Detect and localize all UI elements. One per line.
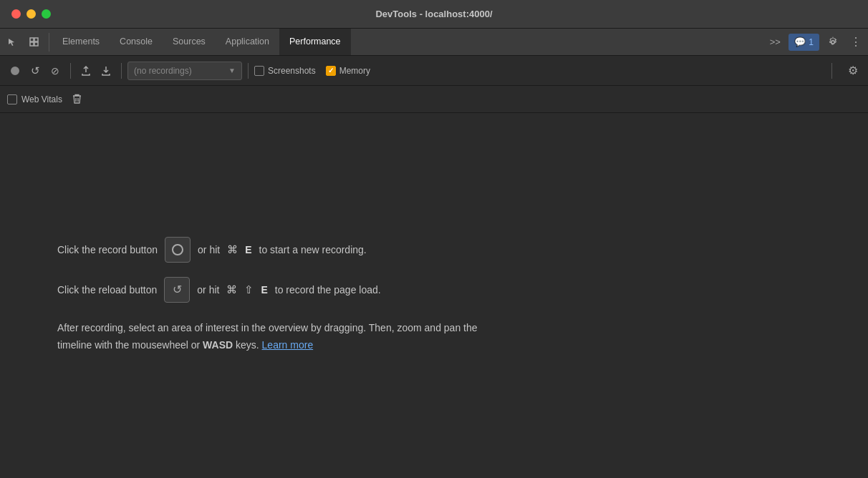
traffic-lights [11, 9, 51, 19]
maximize-button[interactable] [42, 9, 51, 19]
hint2-mid-text: or hit [197, 283, 219, 298]
more-tabs-button[interactable]: >> [766, 33, 784, 52]
hint2-post-text: to record the page load. [275, 283, 381, 298]
window-title: DevTools - localhost:4000/ [375, 9, 492, 19]
record-button-icon-hint [165, 237, 191, 263]
upload-button[interactable] [77, 62, 95, 80]
toolbar-settings-icon[interactable]: ⚙ [844, 62, 862, 80]
title-bar: DevTools - localhost:4000/ [0, 0, 868, 29]
record-button[interactable] [6, 62, 24, 80]
tab-bar-right: >> 💬 1 ⋮ [766, 33, 865, 52]
recording-select[interactable]: (no recordings) ▼ [127, 62, 242, 80]
hint1-post-text: to start a new recording. [259, 243, 367, 258]
tab-console[interactable]: Console [110, 29, 163, 55]
devtools-icons [3, 33, 49, 52]
record-dot-icon [11, 67, 19, 75]
inspect-icon[interactable] [24, 33, 43, 52]
reload-hint-row: Click the reload button ↺ or hit ⌘ ⇧ E t… [57, 277, 381, 303]
hint2-key: E [261, 283, 267, 298]
stop-button[interactable]: ⊘ [46, 62, 64, 80]
reload-record-button[interactable]: ↺ [26, 62, 44, 80]
cursor-icon[interactable] [3, 33, 21, 52]
hint2-shift-symbol: ⇧ [244, 282, 254, 298]
memory-checkbox[interactable] [326, 66, 336, 76]
memory-checkbox-label[interactable]: Memory [326, 66, 370, 76]
learn-more-link[interactable]: Learn more [262, 339, 314, 351]
svg-rect-3 [34, 42, 38, 46]
description-text: After recording, select an area of inter… [57, 320, 487, 354]
toolbar-separator-1 [70, 63, 71, 79]
main-content: Click the record button or hit ⌘ E to st… [0, 113, 868, 478]
web-vitals-checkbox[interactable] [7, 94, 17, 104]
hint1-cmd-symbol: ⌘ [227, 242, 238, 258]
tab-bar: Elements Console Sources Application Per… [0, 29, 868, 56]
web-vitals-toolbar: Web Vitals [0, 86, 868, 113]
clear-recordings-button[interactable] [68, 90, 87, 109]
tab-application[interactable]: Application [216, 29, 279, 55]
svg-rect-0 [30, 38, 34, 42]
console-badge-button[interactable]: 💬 1 [789, 34, 819, 51]
tab-elements[interactable]: Elements [52, 29, 110, 55]
tabs-container: Elements Console Sources Application Per… [52, 29, 766, 55]
reload-button-icon-hint: ↺ [164, 277, 190, 303]
toolbar-separator-3 [248, 63, 249, 79]
screenshots-checkbox[interactable] [254, 66, 264, 76]
svg-rect-2 [30, 42, 34, 46]
download-button[interactable] [97, 62, 115, 80]
record-circle-icon [172, 244, 183, 255]
hint2-pre-text: Click the reload button [57, 283, 157, 298]
screenshots-checkbox-label[interactable]: Screenshots [254, 66, 316, 76]
select-arrow-icon: ▼ [228, 67, 236, 74]
reload-circle-icon: ↺ [173, 281, 182, 298]
hint1-mid-text: or hit [198, 243, 220, 258]
web-vitals-label[interactable]: Web Vitals [7, 94, 62, 104]
toolbar-separator-2 [121, 63, 122, 79]
tab-performance[interactable]: Performance [279, 29, 351, 55]
hint1-pre-text: Click the record button [57, 243, 158, 258]
performance-toolbar: ↺ ⊘ (no recordings) ▼ Screenshots Memory… [0, 56, 868, 86]
more-options-icon[interactable]: ⋮ [847, 33, 865, 52]
recording-select-text: (no recordings) [134, 66, 226, 76]
close-button[interactable] [11, 9, 21, 19]
settings-icon[interactable] [824, 33, 842, 52]
message-icon: 💬 [794, 36, 806, 47]
record-hint-row: Click the record button or hit ⌘ E to st… [57, 237, 367, 263]
tab-sources[interactable]: Sources [163, 29, 216, 55]
hint2-cmd-symbol: ⌘ [226, 282, 237, 298]
hint1-key: E [245, 243, 251, 258]
minimize-button[interactable] [26, 9, 36, 19]
toolbar-separator-4 [831, 63, 832, 79]
svg-rect-1 [34, 38, 38, 42]
